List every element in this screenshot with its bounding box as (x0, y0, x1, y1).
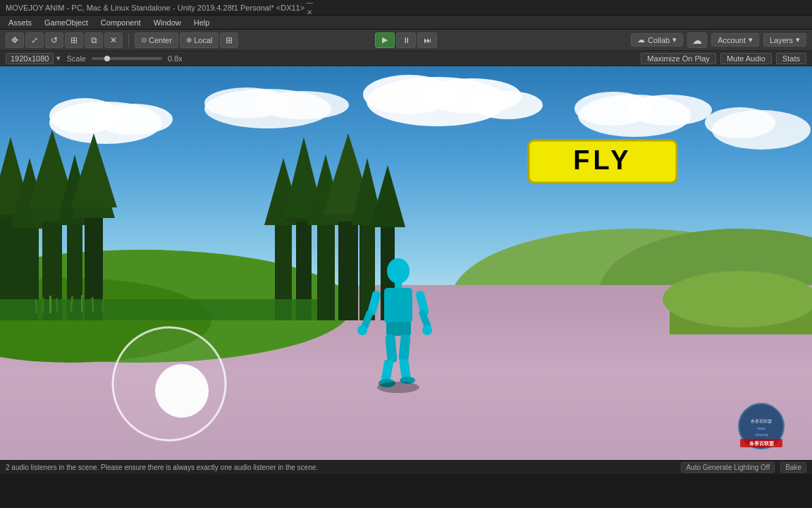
stats-btn[interactable]: Stats (776, 53, 806, 64)
svg-point-68 (357, 325, 367, 335)
svg-text:各香百联盟: 各香百联盟 (749, 440, 775, 446)
play-button[interactable]: ▶ (375, 32, 395, 48)
account-label: Account (718, 36, 746, 44)
status-bar-right: Auto Generate Lighting Off Bake (681, 462, 806, 473)
rect-tool[interactable]: ⧉ (85, 32, 103, 48)
toolbar-right: ☁ Collab ▾ ☁ Account ▾ Layers ▾ (631, 32, 806, 48)
scale-handle[interactable] (104, 56, 110, 61)
menu-gameobject[interactable]: GameObject (39, 17, 94, 28)
svg-point-24 (663, 271, 812, 327)
scale-value: 0.8x (168, 54, 183, 63)
transform-tools: ✥ ⤢ ↺ ⊞ ⧉ ✕ (6, 32, 123, 48)
cloud-button[interactable]: ☁ (687, 32, 707, 48)
minimize-button[interactable]: — (304, 0, 314, 8)
svg-point-6 (257, 91, 349, 119)
mute-audio-btn[interactable]: Mute Audio (720, 53, 772, 64)
bake-btn[interactable]: Bake (780, 462, 806, 473)
scale-track[interactable] (92, 57, 162, 60)
pivot-local-button[interactable]: ⊕ Local (180, 32, 219, 48)
auto-generate-lighting-btn[interactable]: Auto Generate Lighting Off (681, 462, 775, 473)
hand-tool[interactable]: ✥ (6, 32, 24, 48)
pivot-group: ⊙ Center ⊕ Local ⊞ (135, 32, 238, 48)
pivot-local-label: Local (194, 36, 212, 44)
resolution-dropdown[interactable]: 1920x1080 (6, 53, 54, 64)
svg-point-81 (155, 364, 209, 418)
separator-1 (128, 33, 129, 47)
pause-button[interactable]: ⏸ (396, 32, 416, 48)
menu-assets[interactable]: Assets (3, 17, 37, 28)
menu-component[interactable]: Component (95, 17, 147, 28)
svg-point-13 (627, 95, 712, 126)
collab-arrow: ▾ (672, 35, 677, 44)
transform-tool[interactable]: ✕ (104, 32, 123, 48)
svg-text:FLY: FLY (573, 145, 632, 175)
svg-point-61 (387, 258, 410, 284)
rotate-tool[interactable]: ↺ (45, 32, 63, 48)
status-bar: 2 audio listeners in the scene. Please e… (0, 460, 812, 474)
svg-rect-62 (395, 282, 402, 289)
pivot-center-button[interactable]: ⊙ Center (135, 32, 178, 48)
layers-button[interactable]: Layers ▾ (763, 33, 806, 47)
account-button[interactable]: Account ▾ (711, 33, 759, 47)
collab-button[interactable]: ☁ Collab ▾ (631, 33, 683, 47)
resolution-group: 1920x1080 ▾ (6, 53, 61, 64)
status-message: 2 audio listeners in the scene. Please e… (6, 464, 318, 471)
step-button[interactable]: ⏭ (417, 32, 437, 48)
menu-help[interactable]: Help (188, 17, 216, 28)
pivot-center-label: Center (149, 36, 172, 44)
svg-rect-58 (81, 295, 82, 312)
scale-label: Scale (66, 54, 86, 63)
menu-window[interactable]: Window (148, 17, 187, 28)
svg-rect-55 (49, 296, 51, 313)
move-tool[interactable]: ⤢ (25, 32, 44, 48)
svg-text:.hmxmzj: .hmxmzj (755, 433, 768, 437)
svg-point-77 (377, 382, 419, 393)
scale-tool[interactable]: ⊞ (65, 32, 83, 48)
title-bar: MOVEJOY ANIM - PC, Mac & Linux Standalon… (0, 0, 812, 16)
toolbar: ✥ ⤢ ↺ ⊞ ⧉ ✕ ⊙ Center ⊕ Local ⊞ ▶ ⏸ ⏭ ☁ C… (0, 30, 812, 51)
svg-point-10 (472, 91, 543, 119)
svg-point-69 (422, 325, 432, 335)
game-viewport[interactable]: FLY 各香百联盟 www .hmxmzj 各香百联盟 (0, 66, 812, 460)
menu-bar: Assets GameObject Component Window Help (0, 16, 812, 30)
layers-label: Layers (770, 36, 793, 44)
close-button[interactable]: ✕ (304, 8, 314, 18)
maximize-on-play-btn[interactable]: Maximize On Play (641, 53, 716, 64)
extra-tool[interactable]: ⊞ (220, 32, 238, 48)
scene-bar-right: Maximize On Play Mute Audio Stats (641, 53, 806, 64)
collab-label: Collab (648, 36, 670, 44)
collab-icon: ☁ (637, 35, 645, 44)
svg-text:www: www (758, 426, 765, 430)
layers-arrow: ▾ (796, 35, 800, 44)
svg-point-3 (95, 104, 173, 135)
play-controls: ▶ ⏸ ⏭ (375, 32, 437, 48)
svg-rect-63 (384, 288, 412, 323)
window-controls: — ✕ (304, 0, 314, 18)
svg-point-15 (705, 107, 775, 138)
game-scene-svg: FLY 各香百联盟 www .hmxmzj 各香百联盟 (0, 66, 812, 460)
app-title: MOVEJOY ANIM - PC, Mac & Linux Standalon… (6, 4, 304, 12)
account-arrow: ▾ (749, 35, 753, 44)
svg-rect-70 (386, 322, 411, 336)
scene-bar: 1920x1080 ▾ Scale 0.8x Maximize On Play … (0, 51, 812, 66)
svg-rect-52 (0, 299, 317, 320)
svg-text:各香百联盟: 各香百联盟 (751, 419, 772, 423)
